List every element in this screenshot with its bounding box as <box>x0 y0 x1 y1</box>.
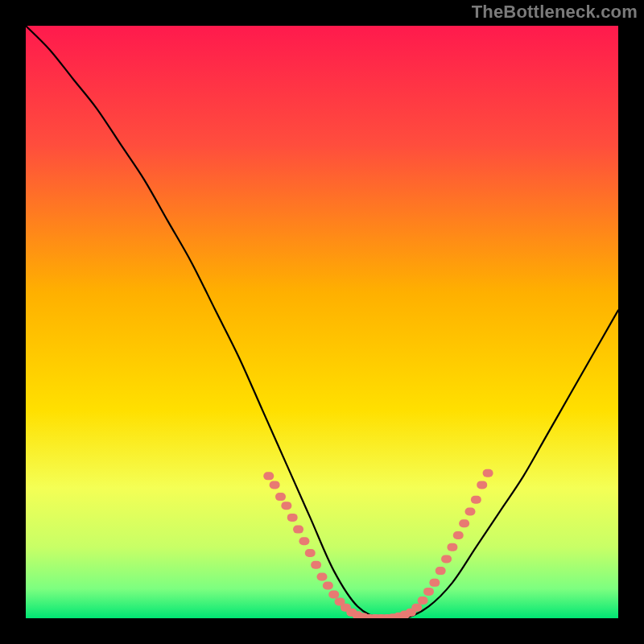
bottleneck-curve <box>26 26 618 618</box>
curve-marker <box>323 582 333 590</box>
curve-marker <box>453 531 464 539</box>
curve-marker <box>299 537 309 545</box>
curve-marker <box>270 481 280 489</box>
curve-marker <box>311 561 321 569</box>
curve-marker <box>418 597 428 605</box>
curve-marker <box>411 604 422 612</box>
curve-marker <box>471 496 481 504</box>
curve-marker <box>483 469 493 477</box>
curve-marker <box>459 519 469 527</box>
curve-marker <box>287 514 298 522</box>
curve-marker <box>305 549 316 557</box>
curve-marker <box>275 493 286 501</box>
curve-marker <box>281 502 291 510</box>
bottleneck-chart <box>26 26 618 618</box>
chart-frame: TheBottleneck.com <box>0 0 644 644</box>
watermark-text: TheBottleneck.com <box>472 2 638 23</box>
curve-marker <box>263 472 274 480</box>
curve-marker <box>465 508 476 516</box>
curve-marker <box>423 588 434 596</box>
curve-marker <box>447 543 457 551</box>
curve-layer <box>26 26 618 618</box>
curve-marker <box>477 481 487 489</box>
curve-marker <box>441 555 452 563</box>
curve-marker <box>317 572 328 580</box>
curve-marker <box>328 591 339 599</box>
plot-area <box>26 26 618 618</box>
curve-marker <box>293 526 303 534</box>
curve-marker <box>436 567 446 575</box>
curve-marker <box>429 579 440 587</box>
